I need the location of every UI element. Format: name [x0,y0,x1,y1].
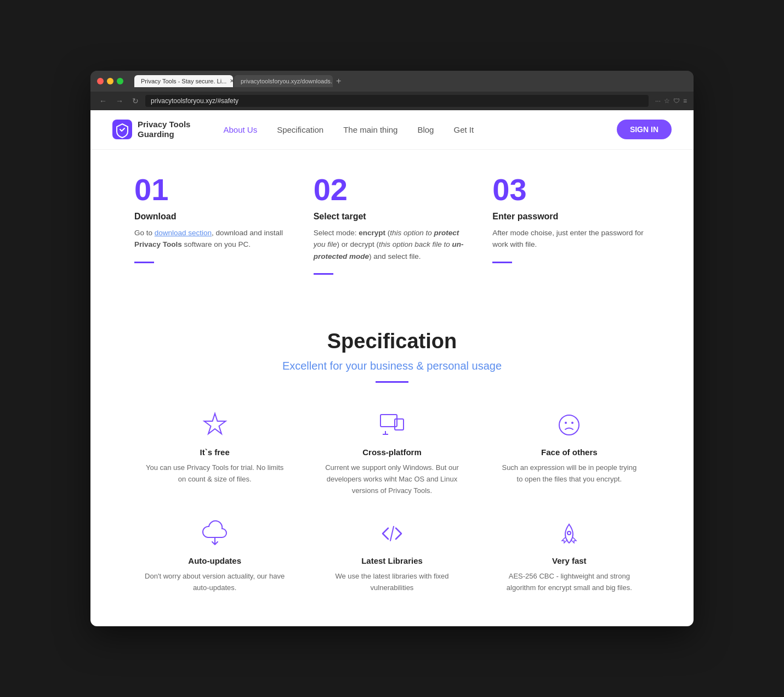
feature-cross-platform-desc: Current we support only Windows. But our… [321,462,463,496]
svg-point-6 [559,415,579,435]
svg-marker-1 [204,413,225,434]
step-3-number: 03 [492,172,650,207]
traffic-lights [97,78,123,84]
nav-about-us[interactable]: About Us [223,125,257,134]
step-1-number: 01 [134,172,292,207]
tab-label: Privacy Tools - Stay secure. Li... [141,78,226,84]
feature-auto-updates: Auto-updates Don't worry about version a… [134,519,295,594]
step-1-title: Download [134,212,292,222]
tab-active[interactable]: Privacy Tools - Stay secure. Li... ✕ [134,75,233,87]
address-input[interactable] [145,95,649,107]
step-2-desc: Select mode: encrypt (this option to pro… [314,227,471,263]
features-grid: It`s free You can use Privacy Tools for … [134,410,650,593]
close-button[interactable] [97,78,104,84]
spec-title: Specification [134,330,650,353]
feature-libraries-desc: We use the latest libraries with fixed v… [321,571,463,594]
feature-auto-updates-name: Auto-updates [188,556,241,565]
step-3-desc: After mode choise, just enter the passwo… [492,227,650,251]
feature-fast: Very fast AES-256 CBC - lightweight and … [489,519,650,594]
step-3: 03 Enter password After mode choise, jus… [492,172,650,275]
tab-bar: Privacy Tools - Stay secure. Li... ✕ pri… [134,75,341,87]
rocket-icon [554,519,584,548]
step-3-title: Enter password [492,212,650,222]
new-tab-button[interactable]: + [336,76,341,86]
browser-window: Privacy Tools - Stay secure. Li... ✕ pri… [90,71,694,627]
star-icon[interactable]: ☆ [664,97,670,105]
star-icon [200,410,230,440]
addressbar: ← → ↻ ··· ☆ 🛡 ≡ [90,92,694,110]
step-1-desc: Go to download section, download and ins… [134,227,292,251]
fullscreen-button[interactable] [117,78,123,84]
logo-text: Privacy Tools Guarding [138,120,190,139]
tab-label-2: privacytoolsforyou.xyz/downloads... [241,78,333,84]
feature-cross-platform: Cross-platform Current we support only W… [311,410,472,496]
feature-free-name: It`s free [200,447,230,457]
forward-button[interactable]: → [113,95,126,106]
svg-point-11 [567,531,571,535]
nav-links: About Us Specification The main thing Bl… [223,125,616,134]
svg-line-10 [390,526,394,541]
logo-icon [112,120,132,139]
back-button[interactable]: ← [97,95,109,106]
feature-face: Face of others Such an expression will b… [489,410,650,496]
step-2: 02 Select target Select mode: encrypt (t… [314,172,471,275]
svg-rect-3 [395,419,404,430]
feature-face-desc: Such an expression will be in people try… [498,462,640,485]
feature-fast-name: Very fast [552,556,587,565]
feature-free-desc: You can use Privacy Tools for trial. No … [144,462,286,485]
minimize-button[interactable] [107,78,113,84]
feature-free: It`s free You can use Privacy Tools for … [134,410,295,496]
menu-dots-icon[interactable]: ··· [655,97,661,105]
svg-point-8 [571,422,573,424]
face-icon [554,410,584,440]
step-1: 01 Download Go to download section, down… [134,172,292,275]
step-3-divider [492,262,512,263]
svg-rect-0 [112,120,132,139]
feature-auto-updates-desc: Don't worry about version actuality, our… [144,571,286,594]
monitor-icon [377,410,407,440]
spec-section: Specification Excellent for your busines… [90,297,694,626]
spec-divider [376,381,408,383]
reload-button[interactable]: ↻ [130,95,141,106]
nav-main-thing[interactable]: The main thing [343,125,397,134]
feature-fast-desc: AES-256 CBC - lightweight and strong alg… [498,571,640,594]
titlebar: Privacy Tools - Stay secure. Li... ✕ pri… [90,71,694,92]
tab-close-icon[interactable]: ✕ [230,78,233,84]
step-2-title: Select target [314,212,471,222]
feature-libraries-name: Latest Libraries [361,556,423,565]
feature-cross-platform-name: Cross-platform [362,447,422,457]
download-section-link[interactable]: download section [155,229,212,237]
spec-subtitle: Excellent for your business & personal u… [134,360,650,372]
page-content: Privacy Tools Guarding About Us Specific… [90,110,694,627]
svg-point-7 [565,422,567,424]
step-1-divider [134,262,154,263]
browser-actions: ··· ☆ 🛡 ≡ [655,97,687,105]
logo-area: Privacy Tools Guarding [112,120,190,139]
nav-specification[interactable]: Specification [277,125,323,134]
step-2-number: 02 [314,172,471,207]
code-icon [377,519,407,548]
settings-icon[interactable]: ≡ [683,97,687,105]
shield-icon: 🛡 [673,97,680,105]
nav-get-it[interactable]: Get It [453,125,474,134]
sign-in-button[interactable]: SIGN IN [617,120,672,139]
feature-libraries: Latest Libraries We use the latest libra… [311,519,472,594]
steps-section: 01 Download Go to download section, down… [90,150,694,297]
tab-inactive[interactable]: privacytoolsforyou.xyz/downloads... ✕ [234,75,333,87]
nav-blog[interactable]: Blog [417,125,434,134]
navbar: Privacy Tools Guarding About Us Specific… [90,110,694,150]
feature-face-name: Face of others [541,447,598,457]
step-2-divider [314,273,333,275]
cloud-icon [200,519,230,548]
